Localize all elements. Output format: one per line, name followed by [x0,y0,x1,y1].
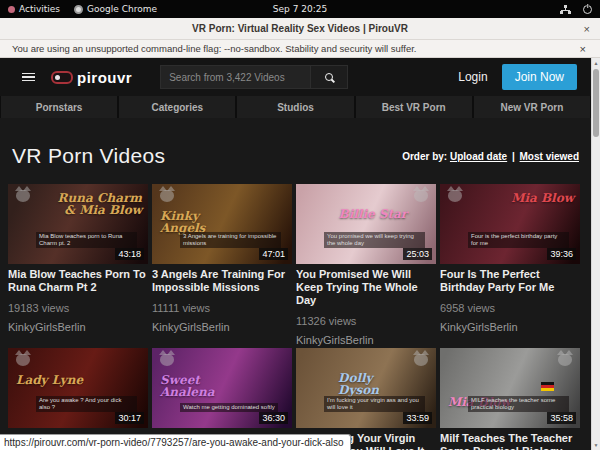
video-title-link[interactable]: You Promised We Will Keep Trying The Who… [296,268,436,307]
studio-cat-mask-icon [160,190,174,202]
video-duration-badge: 47:01 [259,248,288,260]
video-title-link[interactable]: Mia Blow Teaches Porn To Runa Charm Pt 2 [8,268,148,294]
page-title: VR Porn Videos [12,144,165,168]
network-icon[interactable] [560,5,571,14]
vr-goggles-icon [51,71,73,84]
browser-viewport: pirouvr Login Join Now Pornstars Categor… [0,58,600,450]
search-button[interactable] [310,65,348,89]
chrome-warning-bar: You are using an unsupported command-lin… [0,40,600,58]
video-card[interactable]: Kinky Angels 3 Angels are training for i… [152,184,292,346]
order-by-label: Order by: [402,151,447,162]
window-titlebar: VR Porn: Virtual Reality Sex Videos | Pi… [0,18,600,40]
warning-text: You are using an unsupported command-lin… [0,43,417,54]
search-input[interactable] [160,65,310,89]
studio-cat-mask-icon [160,354,174,366]
activities-button[interactable]: Activities [8,4,60,14]
search-box [160,65,348,89]
video-views: 11326 views [296,315,436,327]
chrome-icon [74,5,83,14]
video-title-link[interactable]: 3 Angels Are Training For Impossible Mis… [152,268,292,294]
scrollbar-down-arrow-icon[interactable]: ▼ [592,442,600,448]
thumbnail-performer-text: Kinky Angels [160,210,237,234]
nav-item-new-vr-porn[interactable]: New VR Porn [474,96,590,118]
chrome-taskbar-label: Google Chrome [87,4,157,14]
video-thumbnail[interactable]: Sweet Analena Watch me getting dominated… [152,348,292,428]
thumbnail-performer-text: Mia Blow [511,192,574,204]
video-card[interactable]: Billie Star You promised we will keep tr… [296,184,436,346]
nav-item-studios[interactable]: Studios [237,96,353,118]
studio-link[interactable]: KinkyGirlsBerlin [8,321,148,333]
hamburger-menu-icon[interactable] [22,73,35,82]
video-views: 11111 views [152,302,292,314]
scrollbar-thumb[interactable] [593,69,599,137]
activities-dot-icon [8,6,15,13]
page-head: VR Porn Videos Order by: Upload date | M… [0,118,591,168]
video-title-link[interactable]: Four Is The Perfect Birthday Party For M… [440,268,580,294]
thumbnail-caption: Four is the perfect birthday party for m… [468,232,569,248]
order-most-viewed-link[interactable]: Most viewed [520,151,579,162]
site-logo[interactable]: pirouvr [51,69,132,86]
video-thumbnail[interactable]: Kinky Angels 3 Angels are training for i… [152,184,292,264]
power-icon[interactable] [583,5,592,14]
video-thumbnail[interactable]: Mia Blow Four is the perfect birthday pa… [440,184,580,264]
window-title: VR Porn: Virtual Reality Sex Videos | Pi… [0,23,600,34]
video-duration-badge: 39:36 [547,248,576,260]
video-card[interactable]: Runa Charm & Mia Blow Mia Blow teaches p… [8,184,148,346]
video-duration-badge: 25:03 [403,248,432,260]
nav-item-categories[interactable]: Categories [119,96,235,118]
studio-cat-mask-icon [448,190,462,202]
chrome-taskbar-item[interactable]: Google Chrome [74,4,157,14]
video-duration-badge: 43:18 [115,248,144,260]
video-duration-badge: 30:17 [115,412,144,424]
video-thumbnail[interactable]: Runa Charm & Mia Blow Mia Blow teaches p… [8,184,148,264]
thumbnail-performer-text: Dolly Dyson [338,372,408,396]
desktop-top-bar: Activities Google Chrome Sep 7 20:25 [0,0,600,18]
activities-label: Activities [19,4,60,14]
video-card[interactable]: Mia Blow Four is the perfect birthday pa… [440,184,580,346]
studio-cat-mask-icon [16,190,30,202]
video-views: 19183 views [8,302,148,314]
order-upload-date-link[interactable]: Upload date [450,151,507,162]
thumbnail-caption: I'm fucking your virgin ass and you will… [324,396,425,412]
video-thumbnail[interactable]: Billie Star You promised we will keep tr… [296,184,436,264]
video-title-link[interactable]: Milf Teaches The Teacher Some Practical … [440,432,580,450]
search-icon [325,73,333,81]
german-flag-icon [541,382,554,391]
site-logo-text: pirouvr [77,69,132,86]
video-card[interactable]: Mia Blow MILF teaches the teacher some p… [440,348,580,450]
studio-cat-mask-icon [414,354,428,366]
video-grid: Runa Charm & Mia Blow Mia Blow teaches p… [0,184,591,450]
video-thumbnail[interactable]: Lady Lyne Are you awake ? And your dick … [8,348,148,428]
studio-cat-mask-icon [16,354,30,366]
status-bar-url: https://pirouvr.com/vr-porn-video/779325… [0,434,351,450]
join-now-button[interactable]: Join Now [502,64,577,90]
studio-link[interactable]: KinkyGirlsBerlin [440,321,580,333]
video-views: 6958 views [440,302,580,314]
thumbnail-caption: Mia Blow teaches porn to Runa Charm pt. … [36,232,137,248]
nav-item-best-vr-porn[interactable]: Best VR Porn [356,96,472,118]
thumbnail-caption: Watch me getting dominated softly [180,403,278,412]
window-close-button[interactable]: × [584,23,590,35]
video-duration-badge: 33:59 [403,412,432,424]
scrollbar[interactable]: ▲ ▼ [591,58,600,450]
studio-cat-mask-icon [414,190,428,202]
video-thumbnail[interactable]: Dolly Dyson I'm fucking your virgin ass … [296,348,436,428]
video-duration-badge: 35:58 [547,412,576,424]
webpage: pirouvr Login Join Now Pornstars Categor… [0,58,591,450]
video-thumbnail[interactable]: Mia Blow MILF teaches the teacher some p… [440,348,580,428]
warning-close-icon[interactable]: × [580,43,600,55]
thumbnail-performer-text: Billie Star [339,208,408,220]
video-duration-badge: 36:30 [259,412,288,424]
studio-link[interactable]: KinkyGirlsBerlin [296,334,436,346]
studio-link[interactable]: KinkyGirlsBerlin [152,321,292,333]
thumbnail-caption: MILF teaches the teacher some practical … [468,396,569,412]
site-header: pirouvr Login Join Now [0,58,591,96]
studio-cat-mask-icon [558,354,572,366]
scrollbar-up-arrow-icon[interactable]: ▲ [592,60,600,66]
login-link[interactable]: Login [458,70,487,84]
nav-item-pornstars[interactable]: Pornstars [1,96,117,118]
order-by: Order by: Upload date | Most viewed [402,151,579,162]
thumbnail-caption: Are you awake ? And your dick also ? [36,396,137,412]
thumbnail-performer-text: Lady Lyne [16,374,83,386]
site-nav: Pornstars Categories Studios Best VR Por… [0,96,591,118]
